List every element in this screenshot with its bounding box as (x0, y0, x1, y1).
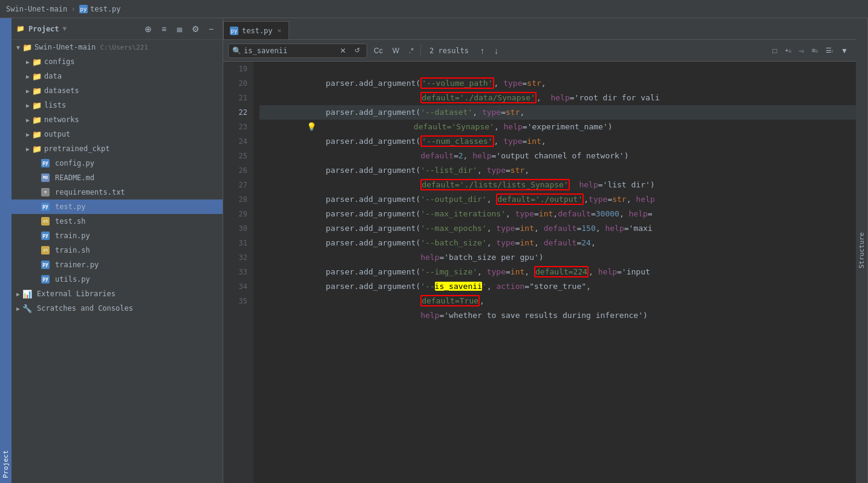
sidebar-item-lists[interactable]: ▶ 📁 lists (11, 98, 223, 112)
search-regex-btn[interactable]: ↺ (351, 44, 363, 58)
requirements-icon: ≡ (41, 187, 50, 197)
readme-label: README.md (55, 173, 94, 182)
search-next-btn[interactable]: ↓ (491, 44, 501, 58)
hide-btn[interactable]: − (204, 22, 218, 36)
pretrained-folder-icon: 📁 (32, 144, 42, 154)
sidebar-item-train-py[interactable]: ▶ py train.py (11, 229, 223, 243)
ln-26: 26 (229, 163, 247, 178)
search-regex2-btn[interactable]: .* (406, 44, 417, 58)
sidebar-item-utils-py[interactable]: ▶ py utils.py (11, 272, 223, 287)
collapse-btn[interactable]: ≡ (157, 22, 171, 36)
networks-folder-icon: 📁 (32, 115, 42, 125)
search-filter-btn[interactable]: ▼ (838, 44, 851, 58)
ln-24: 24 (229, 134, 247, 149)
datasets-arrow: ▶ (24, 88, 32, 94)
root-arrow: ▼ (14, 44, 22, 51)
tab-label: test.py (242, 27, 273, 35)
test-sh-icon: sh (41, 216, 50, 226)
results-count: 2 results (425, 47, 474, 55)
code-editor[interactable]: 19 20 21 22 23 24 25 26 27 28 29 30 31 3… (223, 62, 856, 483)
ln-20: 20 (229, 76, 247, 91)
ln-29: 29 (229, 207, 247, 221)
search-plus-btn[interactable]: +ᵢᵢ (782, 44, 794, 58)
ln-22: 22 (229, 105, 247, 120)
sidebar-item-train-sh[interactable]: ▶ sh train.sh (11, 243, 223, 258)
search-align-btn[interactable]: ☰ᵢ (823, 44, 836, 58)
data-label: data (44, 72, 62, 80)
configs-arrow: ▶ (24, 59, 32, 65)
expand-btn[interactable]: ≣ (173, 22, 186, 36)
search-icon: 🔍 (232, 47, 241, 55)
ln-30: 30 (229, 221, 247, 236)
search-prev-btn[interactable]: ↑ (477, 44, 488, 58)
title-file: py test.py (79, 5, 121, 13)
output-folder-icon: 📁 (32, 129, 42, 139)
train-sh-label: train.sh (55, 246, 90, 254)
tab-file-icon: py (230, 27, 238, 35)
title-file-icon: py (79, 5, 88, 13)
structure-tab[interactable]: Structure (856, 18, 868, 483)
root-folder-icon: 📁 (22, 42, 32, 52)
search-clear-btn[interactable]: ✕ (337, 44, 349, 58)
scratches-icon: 🔧 (22, 303, 32, 313)
sidebar-item-test-sh[interactable]: ▶ sh test.sh (11, 214, 223, 229)
sidebar-item-data[interactable]: ▶ 📁 data (11, 69, 223, 83)
configs-folder-icon: 📁 (32, 57, 42, 66)
ln-33: 33 (229, 265, 247, 279)
code-line-19: parser.add_argument('--volume_path', typ… (259, 62, 856, 76)
ln-31: 31 (229, 236, 247, 250)
search-case-btn[interactable]: Cc (371, 44, 386, 58)
project-tab[interactable]: Project (0, 18, 11, 483)
requirements-label: requirements.txt (55, 188, 125, 196)
datasets-label: datasets (44, 86, 79, 95)
search-input[interactable] (244, 47, 334, 55)
search-word-btn[interactable]: W (390, 44, 402, 58)
utils-py-icon: py (41, 274, 50, 284)
scratches-arrow: ▶ (14, 305, 22, 312)
sidebar-title: 📁 Project ▼ (16, 25, 67, 33)
sidebar-item-datasets[interactable]: ▶ 📁 datasets (11, 83, 223, 98)
sidebar-item-external[interactable]: ▶ 📊 External Libraries (11, 287, 223, 301)
sidebar-item-test-py[interactable]: ▶ py test.py (11, 199, 223, 214)
search-right-buttons: □ +ᵢᵢ -ᵢᵢ ≡ᵢᵢ ☰ᵢ ▼ (769, 44, 851, 58)
sync-btn[interactable]: ⊕ (142, 22, 155, 36)
ln-28: 28 (229, 192, 247, 207)
tab-close-btn[interactable]: ✕ (276, 26, 283, 35)
sidebar-item-readme[interactable]: ▶ MD README.md (11, 170, 223, 185)
scratches-label: Scratches and Consoles (37, 304, 133, 313)
settings-btn[interactable]: ⚙ (189, 22, 202, 36)
train-py-icon: py (41, 231, 50, 241)
title-file-name: test.py (90, 5, 121, 13)
sidebar-item-networks[interactable]: ▶ 📁 networks (11, 112, 223, 127)
ln-21: 21 (229, 91, 247, 105)
test-sh-label: test.sh (55, 217, 86, 225)
trainer-py-icon: py (41, 260, 50, 270)
output-arrow: ▶ (24, 131, 32, 138)
search-preserve-btn[interactable]: ≡ᵢᵢ (809, 44, 821, 58)
root-label: Swin-Unet-main C:\Users\221 (34, 43, 148, 51)
test-py-icon: py (41, 202, 50, 212)
ln-19: 19 (229, 62, 247, 76)
search-rect-btn[interactable]: □ (769, 44, 780, 58)
external-arrow: ▶ (14, 291, 22, 297)
tree-root[interactable]: ▼ 📁 Swin-Unet-main C:\Users\221 (11, 40, 223, 54)
sidebar-item-output[interactable]: ▶ 📁 output (11, 127, 223, 141)
sidebar-item-config-py[interactable]: ▶ py config.py (11, 156, 223, 170)
train-sh-icon: sh (41, 245, 50, 255)
tab-test-py[interactable]: py test.py ✕ (223, 21, 289, 39)
sidebar: 📁 Project ▼ ⊕ ≡ ≣ ⚙ − ▼ 📁 Swin-Unet-main… (11, 18, 223, 483)
line-numbers: 19 20 21 22 23 24 25 26 27 28 29 30 31 3… (223, 62, 253, 483)
sidebar-item-scratches[interactable]: ▶ 🔧 Scratches and Consoles (11, 301, 223, 316)
external-icon: 📊 (22, 289, 32, 299)
sidebar-item-trainer-py[interactable]: ▶ py trainer.py (11, 258, 223, 272)
sidebar-item-pretrained[interactable]: ▶ 📁 pretrained_ckpt (11, 141, 223, 156)
search-minus-btn[interactable]: -ᵢᵢ (796, 44, 807, 58)
tab-bar: py test.py ✕ (223, 18, 856, 40)
sidebar-actions: ⊕ ≡ ≣ ⚙ − (142, 22, 218, 36)
networks-arrow: ▶ (24, 117, 32, 123)
sidebar-item-configs[interactable]: ▶ 📁 configs (11, 54, 223, 69)
ln-35: 35 (229, 294, 247, 308)
sidebar-item-requirements[interactable]: ▶ ≡ requirements.txt (11, 185, 223, 199)
pretrained-arrow: ▶ (24, 146, 32, 152)
title-sep: › (71, 4, 76, 13)
